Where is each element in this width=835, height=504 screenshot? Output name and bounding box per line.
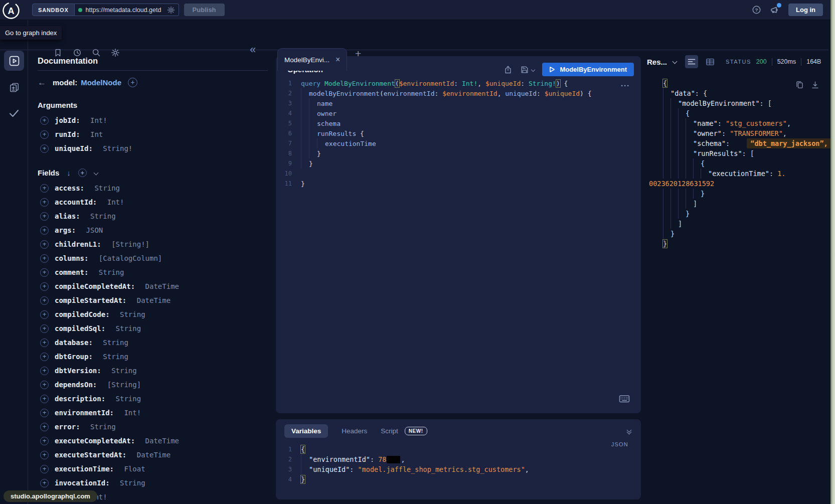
add-field-icon[interactable] xyxy=(40,423,49,431)
field-row[interactable]: alias: String xyxy=(34,209,274,223)
nav-operations[interactable] xyxy=(4,51,24,71)
chevron-down-icon[interactable] xyxy=(531,67,535,71)
field-row[interactable]: accountId: Int! xyxy=(34,195,274,209)
add-field-icon[interactable] xyxy=(40,116,49,125)
field-type-link[interactable]: ModelNode xyxy=(81,78,121,87)
field-row[interactable]: comment: String xyxy=(34,265,274,279)
field-type[interactable]: String xyxy=(86,212,116,220)
close-tab-icon[interactable]: × xyxy=(336,56,340,64)
variables-editor[interactable]: 1{2"environmentId": 78,3"uniqueId": "mod… xyxy=(276,444,641,484)
field-row[interactable]: dependsOn: [String] xyxy=(34,378,274,392)
tab-script[interactable]: Script xyxy=(381,427,398,435)
help-icon[interactable]: ? xyxy=(752,5,761,15)
field-type[interactable]: String xyxy=(99,339,128,347)
field-type[interactable]: String! xyxy=(99,144,132,152)
field-type[interactable]: Int! xyxy=(86,116,107,124)
field-row[interactable]: executeCompletedAt: DateTime xyxy=(34,434,274,448)
chevron-down-icon[interactable] xyxy=(93,171,98,176)
field-type[interactable]: String xyxy=(107,367,137,375)
add-field-icon[interactable] xyxy=(40,367,49,375)
field-row[interactable]: dbtGroup: String xyxy=(34,350,274,364)
share-icon[interactable] xyxy=(504,65,513,74)
field-type[interactable]: [CatalogColumn] xyxy=(94,254,162,262)
field-type[interactable]: Float xyxy=(120,465,145,473)
field-type[interactable]: DateTime xyxy=(132,451,171,459)
field-row[interactable]: invocationId: String xyxy=(34,476,274,490)
formatted-view-button[interactable] xyxy=(685,55,698,68)
field-row[interactable]: executionTime: Float xyxy=(34,462,274,476)
add-field-icon[interactable] xyxy=(40,339,49,347)
field-type[interactable]: String xyxy=(111,324,141,332)
add-field-icon[interactable] xyxy=(40,144,49,153)
field-type[interactable]: Int! xyxy=(120,409,141,417)
table-view-icon[interactable] xyxy=(706,58,715,66)
field-type[interactable]: DateTime xyxy=(132,296,171,304)
field-row[interactable]: jobId: Int! xyxy=(34,113,274,127)
download-icon[interactable] xyxy=(811,80,819,89)
add-field-icon[interactable] xyxy=(40,465,49,473)
apollo-logo[interactable]: A xyxy=(2,1,21,20)
response-title[interactable]: Res... xyxy=(647,58,667,66)
field-row[interactable]: error: String xyxy=(34,420,274,434)
add-field-icon[interactable] xyxy=(40,198,49,207)
endpoint-settings-icon[interactable] xyxy=(167,6,175,14)
add-field-icon[interactable] xyxy=(40,296,49,305)
field-row[interactable]: columns: [CatalogColumn] xyxy=(34,251,274,265)
save-icon[interactable] xyxy=(520,65,529,74)
sort-icon[interactable]: ↓ xyxy=(67,169,71,177)
field-type[interactable]: DateTime xyxy=(141,282,179,290)
field-type[interactable]: String xyxy=(94,268,124,276)
login-button[interactable]: Log in xyxy=(788,4,823,16)
add-to-query-icon[interactable] xyxy=(128,78,137,87)
field-type[interactable]: DateTime xyxy=(141,437,179,445)
field-row[interactable]: args: JSON xyxy=(34,223,274,237)
nav-schema[interactable] xyxy=(4,77,24,97)
field-row[interactable]: runId: Int xyxy=(34,127,274,141)
copy-icon[interactable] xyxy=(795,80,804,89)
keyboard-shortcuts-icon[interactable] xyxy=(619,394,630,403)
publish-button[interactable]: Publish xyxy=(184,4,225,16)
add-field-icon[interactable] xyxy=(40,381,49,389)
field-type[interactable]: String xyxy=(99,353,128,361)
add-field-icon[interactable] xyxy=(40,184,49,193)
add-field-icon[interactable] xyxy=(40,240,49,249)
field-type[interactable]: [String] xyxy=(103,381,141,389)
field-row[interactable]: uniqueId: String! xyxy=(34,141,274,155)
add-field-icon[interactable] xyxy=(40,409,49,417)
add-field-icon[interactable] xyxy=(40,353,49,361)
field-type[interactable]: Int! xyxy=(103,198,124,206)
field-row[interactable]: environmentId: Int! xyxy=(34,406,274,420)
add-field-icon[interactable] xyxy=(40,212,49,221)
field-type[interactable]: JSON xyxy=(82,226,103,234)
field-row[interactable]: compileStartedAt: DateTime xyxy=(34,293,274,307)
nav-checks[interactable] xyxy=(4,103,24,123)
add-field-icon[interactable] xyxy=(40,310,49,319)
add-field-icon[interactable] xyxy=(40,226,49,235)
add-field-icon[interactable] xyxy=(40,268,49,277)
add-field-icon[interactable] xyxy=(40,324,49,333)
add-field-icon[interactable] xyxy=(40,282,49,291)
collapse-panel-icon[interactable] xyxy=(627,428,631,434)
add-field-icon[interactable] xyxy=(40,130,49,139)
run-operation-button[interactable]: ModelByEnvironment xyxy=(542,63,634,76)
field-row[interactable]: dbtVersion: String xyxy=(34,364,274,378)
field-row[interactable]: database: String xyxy=(34,335,274,350)
endpoint-url[interactable]: https://metadata.cloud.getd xyxy=(86,7,163,14)
field-type[interactable]: String xyxy=(111,395,141,403)
field-row[interactable]: compiledSql: String xyxy=(34,321,274,335)
field-row[interactable]: executeStartedAt: DateTime xyxy=(34,448,274,462)
tab-modelbyenvironment[interactable]: ModelByEnvi... × xyxy=(277,48,347,71)
back-icon[interactable]: ← xyxy=(38,78,46,87)
field-row[interactable]: childrenL1: [String!] xyxy=(34,237,274,251)
tab-variables[interactable]: Variables xyxy=(284,424,328,438)
operation-editor[interactable]: 1query ModelByEnvironment($environmentId… xyxy=(276,78,641,189)
tab-headers[interactable]: Headers xyxy=(342,427,367,435)
field-type[interactable]: Int xyxy=(86,130,103,138)
add-field-icon[interactable] xyxy=(40,254,49,263)
field-type[interactable]: String xyxy=(90,184,120,192)
url-input[interactable]: https://metadata.cloud.getd xyxy=(75,4,179,16)
chevron-down-icon[interactable] xyxy=(673,59,678,64)
field-type[interactable]: String xyxy=(116,479,145,487)
field-type[interactable]: String xyxy=(86,423,116,431)
field-row[interactable]: description: String xyxy=(34,392,274,406)
